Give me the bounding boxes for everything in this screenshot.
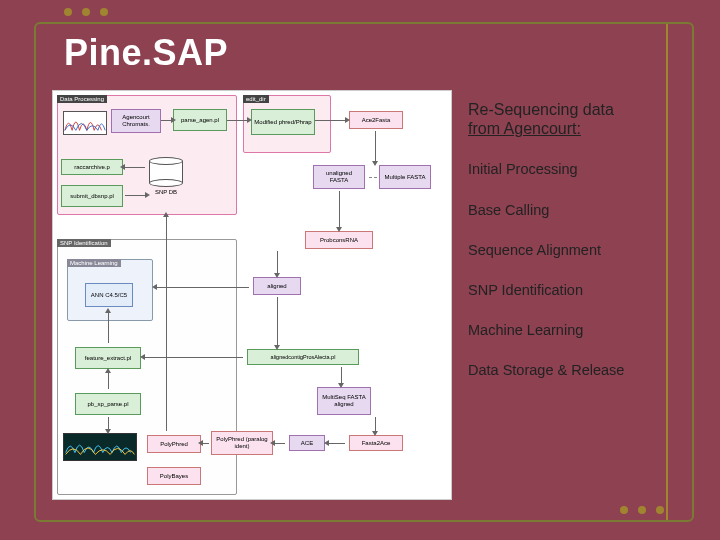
text-heading: Re-Sequencing data from Agencourt: [468,100,662,138]
node-ann: ANN C4.5/C5 [85,283,133,307]
db-icon: SNP DB [149,157,183,187]
node-ace: ACE [289,435,325,451]
arrow-icon [277,251,278,273]
list-item: Machine Learning [468,321,662,339]
workflow-diagram: Data Processing edit_dir SNP Identificat… [52,90,452,500]
arrow-icon [157,287,249,288]
arrow-icon [125,195,145,196]
arrow-icon [125,167,145,168]
panel-label: SNP Identification [57,239,111,247]
node-fasta2ace: Fasta2Ace [349,435,403,451]
chromat-thumbnail-icon [63,111,107,135]
heading-line-1: Re-Sequencing data [468,101,614,118]
arrow-icon [375,131,376,161]
arrow-icon [108,417,109,429]
arrow-icon [315,120,345,121]
node-agencourt-chromats: Agencourt Chromats. [111,109,161,133]
node-polyphred: PolyPhred [147,435,201,453]
arrow-icon [329,443,345,444]
arrow-icon [108,313,109,343]
arrow-icon [369,177,377,178]
list-item: Data Storage & Release [468,361,662,379]
arrow-icon [341,367,342,383]
node-modified-phred: Modified phred/Phrap [251,109,315,135]
node-polyphred-paralog: PolyPhred (paralog ident) [211,431,273,455]
node-raccarchive: raccarchive.p [61,159,123,175]
list-item: Sequence Alignment [468,241,662,259]
slide-title: Pine.SAP [64,32,228,74]
node-submit-dbsnp: submit_dbsnp.pl [61,185,123,207]
arrow-icon [375,417,376,431]
text-column: Re-Sequencing data from Agencourt: Initi… [452,90,674,520]
node-multiseq-fasta: MultiSeq FASTA aligned [317,387,371,415]
panel-label: Data Processing [57,95,107,103]
node-ace2fasta: Ace2Fasta [349,111,403,129]
node-polybayes: PolyBayes [147,467,201,485]
node-pb-sp-parse: pb_sp_parse.pl [75,393,141,415]
arrow-icon [166,217,167,431]
arrow-icon [227,120,247,121]
list-item: Base Calling [468,201,662,219]
node-parse-agen: parse_agen.pl [173,109,227,131]
decor-dots-top [64,8,108,16]
panel-label: edit_dir [243,95,269,103]
node-aligned-contig: alignedcontigProsAlecta.pl [247,349,359,365]
arrow-icon [108,373,109,389]
trace-thumbnail-icon [63,433,137,461]
arrow-icon [339,191,340,227]
arrow-icon [161,120,171,121]
node-aligned: aligned [253,277,301,295]
list-item: Initial Processing [468,160,662,178]
node-unaligned-fasta: unaligned FASTA [313,165,365,189]
arrow-icon [203,443,209,444]
node-multiple-fasta: Multiple FASTA [379,165,431,189]
arrow-icon [275,443,285,444]
arrow-icon [277,297,278,345]
panel-label: Machine Learning [67,259,121,267]
heading-line-2: from Agencourt: [468,120,581,137]
list-item: SNP Identification [468,281,662,299]
node-probcons: ProbconsRNA [305,231,373,249]
slide-body: Data Processing edit_dir SNP Identificat… [52,90,674,520]
arrow-icon [145,357,243,358]
node-feature-extract: feature_extract.pl [75,347,141,369]
